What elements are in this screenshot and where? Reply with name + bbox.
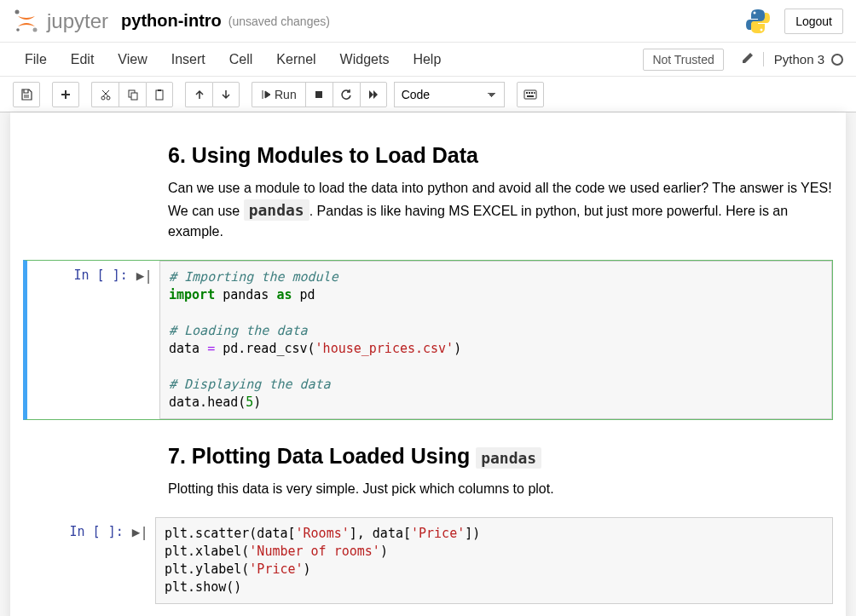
menu-help[interactable]: Help <box>401 45 453 74</box>
restart-button[interactable] <box>333 82 360 107</box>
menu-view[interactable]: View <box>106 45 159 74</box>
svg-rect-9 <box>156 90 163 100</box>
interrupt-button[interactable] <box>305 82 333 107</box>
inline-code: pandas <box>244 199 309 221</box>
jupyter-logo-icon <box>13 8 40 35</box>
run-icon <box>261 89 271 100</box>
plus-icon <box>60 89 72 101</box>
heading-6: 6. Using Modules to Load Data <box>168 143 833 168</box>
svg-point-6 <box>107 96 110 100</box>
keyboard-icon <box>523 89 537 100</box>
save-status: (unsaved changes) <box>228 14 330 28</box>
kernel-name[interactable]: Python 3 <box>763 52 843 66</box>
fast-forward-icon <box>367 89 379 101</box>
code-input[interactable]: plt.scatter(data['Rooms'], data['Price']… <box>155 517 833 604</box>
svg-point-4 <box>761 28 763 31</box>
prompt: In [ ]: ▶| <box>23 517 155 604</box>
toolbar: Run Code <box>0 77 856 112</box>
menu-insert[interactable]: Insert <box>159 45 217 74</box>
logout-button[interactable]: Logout <box>784 9 843 34</box>
copy-icon <box>127 89 139 101</box>
markdown-cell[interactable]: 7. Plotting Data Loaded Using pandas Plo… <box>23 427 833 510</box>
svg-point-1 <box>33 27 38 32</box>
trust-badge[interactable]: Not Trusted <box>643 49 723 71</box>
move-up-button[interactable] <box>185 82 212 107</box>
pencil-icon[interactable] <box>741 51 755 68</box>
svg-point-3 <box>754 11 756 14</box>
notebook-container: 6. Using Modules to Load Data Can we use… <box>0 112 856 616</box>
menu-widgets[interactable]: Widgets <box>328 45 402 74</box>
svg-rect-12 <box>524 90 536 99</box>
menu-cell[interactable]: Cell <box>217 45 265 74</box>
svg-point-0 <box>15 9 20 14</box>
svg-rect-13 <box>526 92 528 94</box>
svg-point-2 <box>16 28 20 32</box>
prompt-label: In [ ]: <box>70 524 124 539</box>
paste-icon <box>153 89 165 101</box>
code-cell[interactable]: In [ ]: ▶| plt.scatter(data['Rooms'], da… <box>23 517 833 604</box>
run-button[interactable]: Run <box>252 82 305 107</box>
svg-rect-8 <box>131 93 137 100</box>
restart-icon <box>340 89 352 101</box>
arrow-up-icon <box>194 89 205 101</box>
inline-code: pandas <box>476 447 541 469</box>
svg-rect-11 <box>315 91 322 98</box>
svg-rect-17 <box>527 95 534 97</box>
python-logo-icon <box>744 8 772 35</box>
kernel-label: Python 3 <box>774 52 824 66</box>
save-icon <box>20 89 32 101</box>
paragraph: Can we use a module to load the data int… <box>168 178 833 242</box>
arrow-down-icon <box>220 89 232 101</box>
save-button[interactable] <box>13 82 40 107</box>
markdown-cell[interactable]: 6. Using Modules to Load Data Can we use… <box>23 126 833 253</box>
restart-run-all-button[interactable] <box>360 82 387 107</box>
copy-button[interactable] <box>119 82 146 107</box>
heading-7: 7. Plotting Data Loaded Using pandas <box>168 444 833 469</box>
code-cell[interactable]: In [ ]: ▶| # Importing the module import… <box>23 260 833 420</box>
command-palette-button[interactable] <box>517 82 544 107</box>
kernel-indicator-icon <box>831 54 843 66</box>
svg-rect-10 <box>158 89 161 91</box>
add-cell-button[interactable] <box>52 82 79 107</box>
menu-edit[interactable]: Edit <box>59 45 107 74</box>
notebook: 6. Using Modules to Load Data Can we use… <box>10 112 846 616</box>
svg-point-5 <box>101 96 105 100</box>
run-label: Run <box>275 88 297 101</box>
jupyter-logo[interactable]: jupyter <box>13 8 108 35</box>
header: jupyter python-intro (unsaved changes) L… <box>0 0 856 43</box>
svg-rect-15 <box>531 92 533 94</box>
paste-button[interactable] <box>146 82 173 107</box>
jupyter-logo-text: jupyter <box>47 9 108 33</box>
svg-rect-16 <box>534 92 535 94</box>
menubar: File Edit View Insert Cell Kernel Widget… <box>0 43 856 77</box>
notebook-name[interactable]: python-intro <box>121 11 222 31</box>
cell-type-select[interactable]: Code <box>394 82 505 107</box>
paragraph: Plotting this data is very simple. Just … <box>168 479 833 499</box>
prompt: In [ ]: ▶| <box>27 261 159 419</box>
code-input[interactable]: # Importing the module import pandas as … <box>159 261 832 419</box>
stop-icon <box>314 89 324 100</box>
menu-kernel[interactable]: Kernel <box>264 45 327 74</box>
move-down-button[interactable] <box>212 82 240 107</box>
svg-rect-14 <box>529 92 530 94</box>
menu-file[interactable]: File <box>13 45 59 74</box>
prompt-label: In [ ]: <box>74 268 128 283</box>
collapse-icon[interactable]: ▶| <box>136 268 153 284</box>
scissors-icon <box>100 89 112 101</box>
collapse-icon[interactable]: ▶| <box>132 524 148 540</box>
cut-button[interactable] <box>91 82 119 107</box>
